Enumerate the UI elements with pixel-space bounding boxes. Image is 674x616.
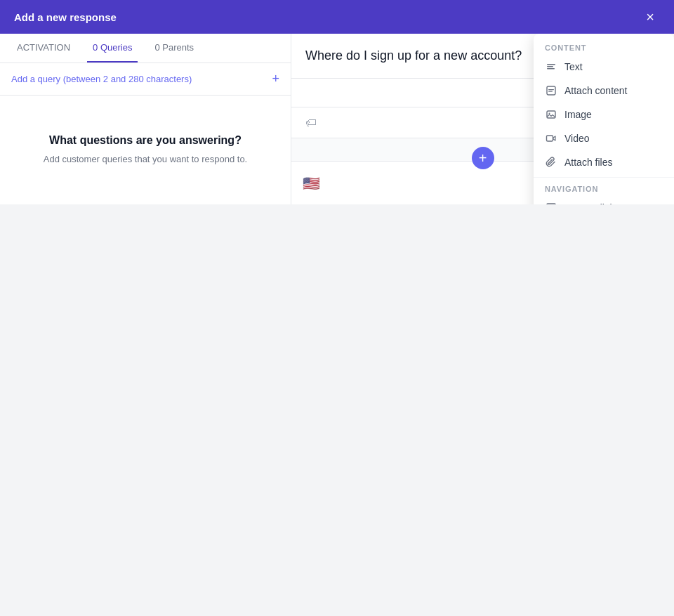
- tabs-bar: ACTIVATION 0 Queries 0 Parents: [0, 34, 291, 63]
- attach-content-icon: [545, 84, 557, 97]
- close-button[interactable]: ×: [640, 7, 660, 27]
- dropdown-item-attach-files-label: Attach files: [564, 157, 612, 168]
- dropdown-item-text[interactable]: Text: [534, 55, 674, 79]
- left-panel: ACTIVATION 0 Queries 0 Parents Add a que…: [0, 34, 291, 204]
- attach-files-icon: [545, 156, 557, 169]
- video-icon: [545, 132, 557, 145]
- tab-queries[interactable]: 0 Queries: [87, 34, 138, 63]
- add-query-row: Add a query (between 2 and 280 character…: [0, 63, 291, 96]
- modal-body: ACTIVATION 0 Queries 0 Parents Add a que…: [0, 34, 674, 204]
- dropdown-item-attach-files[interactable]: Attach files: [534, 150, 674, 174]
- image-icon: [545, 108, 557, 121]
- dropdown-item-create-dialog-label: Create dialog: [564, 202, 623, 204]
- flag-icon: 🇺🇸: [303, 175, 320, 192]
- dropdown-item-attach-content-label: Attach content: [564, 85, 628, 96]
- add-query-plus-button[interactable]: +: [272, 72, 279, 86]
- tag-icon: 🏷: [305, 117, 317, 129]
- add-query-link[interactable]: Add a query (between 2 and 280 character…: [11, 74, 192, 84]
- dropdown-item-image[interactable]: Image: [534, 103, 674, 126]
- dialog-icon: [545, 202, 557, 204]
- dropdown-item-attach-content[interactable]: Attach content: [534, 79, 674, 103]
- divider-1: [534, 177, 674, 178]
- svg-rect-6: [547, 111, 555, 118]
- dropdown-item-create-dialog[interactable]: Create dialog: [534, 196, 674, 204]
- tab-parents[interactable]: 0 Parents: [149, 34, 199, 63]
- svg-rect-8: [547, 136, 553, 141]
- modal-title: Add a new response: [14, 11, 117, 23]
- svg-rect-2: [547, 68, 555, 70]
- text-icon: [545, 60, 557, 73]
- dropdown-item-video[interactable]: Video: [534, 126, 674, 150]
- svg-rect-3: [547, 86, 555, 95]
- dropdown-item-image-label: Image: [564, 109, 592, 120]
- empty-state-title: What questions are you answering?: [49, 134, 242, 147]
- content-dropdown-menu: CONTENT Text Attach content Image: [534, 34, 674, 204]
- left-empty-state: What questions are you answering? Add cu…: [0, 96, 291, 204]
- right-panel: Where do I sign up for a new account? 24…: [291, 34, 674, 204]
- dropdown-section-navigation-label: NAVIGATION: [534, 181, 674, 196]
- svg-rect-0: [547, 64, 555, 65]
- modal-header: Add a new response ×: [0, 0, 674, 34]
- empty-state-description: Add customer queries that you want to re…: [44, 152, 248, 166]
- svg-rect-5: [548, 91, 553, 92]
- dropdown-item-text-label: Text: [564, 61, 583, 72]
- add-content-button[interactable]: +: [472, 147, 494, 169]
- dropdown-section-content-label: CONTENT: [534, 39, 674, 55]
- tab-activation[interactable]: ACTIVATION: [11, 34, 76, 63]
- svg-rect-1: [547, 66, 553, 67]
- dropdown-item-video-label: Video: [564, 133, 590, 144]
- svg-rect-4: [548, 89, 554, 90]
